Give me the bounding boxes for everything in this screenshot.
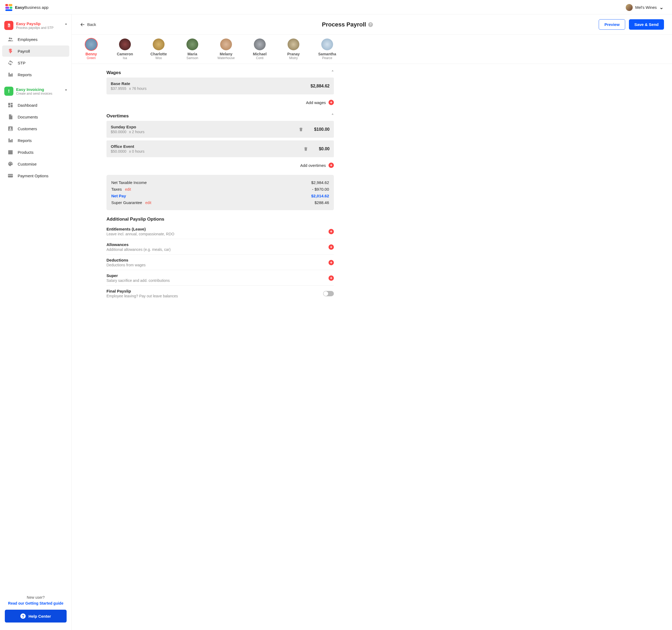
employee-firstname: Benny: [86, 52, 97, 56]
employee-lastname: Mistry: [289, 56, 298, 60]
payslip-option-final: Final Payslip Employee leaving? Pay out …: [106, 285, 334, 301]
chevron-up-icon: ˄: [65, 89, 67, 94]
sidebar-invoicing-item-customise[interactable]: Customise: [2, 158, 69, 170]
add-deductions-button[interactable]: +: [329, 260, 334, 265]
add-overtimes-button[interactable]: +: [329, 162, 334, 168]
employee-charlotte[interactable]: Charlotte Woo: [147, 39, 170, 60]
new-user-label: New user?: [5, 595, 67, 600]
module-head-payslip[interactable]: Easy Payslip Process payslips and STP ˄: [2, 19, 69, 32]
overtimes-section-header[interactable]: Overtimes ˄: [106, 110, 334, 121]
employee-samantha[interactable]: Samantha Pearce: [316, 39, 339, 60]
svg-point-7: [9, 37, 10, 39]
payslip-option-deductions: Deductions Deductions from wages +: [106, 254, 334, 270]
taxes-edit-link[interactable]: edit: [125, 187, 131, 192]
employee-michael[interactable]: Michael Conti: [248, 39, 271, 60]
getting-started-link[interactable]: Read our Getting Started guide: [5, 601, 67, 605]
svg-rect-1: [8, 4, 12, 6]
help-icon: ?: [20, 613, 26, 619]
sidebar-payslip-item-reports[interactable]: Reports: [2, 69, 69, 80]
option-sub: Salary sacrifice and add. contributions: [106, 278, 170, 283]
employee-lastname: Samson: [187, 56, 198, 60]
overtimes-title: Overtimes: [106, 114, 129, 119]
employee-benny[interactable]: Benny Green: [80, 39, 103, 60]
sidebar: Easy Payslip Process payslips and STP ˄ …: [0, 15, 72, 630]
arrow-left-icon: [80, 22, 85, 27]
option-sub: Leave incl. annual, compassionate, RDO: [106, 232, 174, 236]
account-selector[interactable]: Mel's Wines ⌄: [626, 4, 666, 11]
card-icon: [7, 173, 14, 179]
sidebar-payslip-item-employees[interactable]: Employees: [2, 34, 69, 45]
add-wages-button[interactable]: +: [329, 100, 334, 105]
page-title: Process Payroll: [322, 21, 366, 28]
svg-point-21: [11, 162, 11, 163]
payslip-option-entitlements: Entitlements (Leave) Leave incl. annual,…: [106, 224, 334, 239]
overtime-multiplier: x 2 hours: [129, 130, 144, 134]
svg-rect-13: [11, 105, 13, 107]
svg-rect-10: [8, 91, 9, 93]
employee-avatar: [321, 39, 333, 50]
dashboard-icon: [7, 102, 14, 108]
nav-label: STP: [18, 61, 25, 65]
sidebar-invoicing-item-customers[interactable]: Customers: [2, 123, 69, 134]
save-send-button[interactable]: Save & Send: [629, 19, 664, 30]
sidebar-payslip-item-payroll[interactable]: Payroll: [2, 46, 69, 57]
sidebar-invoicing-item-reports[interactable]: Reports: [2, 135, 69, 146]
svg-rect-3: [9, 7, 12, 9]
employee-pranay[interactable]: Pranay Mistry: [282, 39, 305, 60]
module-payslip-sub: Process payslips and STP: [16, 26, 62, 30]
sidebar-payslip-item-stp[interactable]: STP: [2, 57, 69, 69]
help-tooltip-icon[interactable]: ?: [368, 22, 373, 27]
svg-rect-24: [8, 175, 13, 176]
employee-avatar: [288, 39, 299, 50]
topbar: EasyBusiness app Mel's Wines ⌄: [0, 0, 672, 15]
add-overtimes-label: Add overtimes: [300, 163, 326, 168]
help-center-button[interactable]: ? Help Center: [5, 610, 67, 623]
final-payslip-toggle[interactable]: [323, 291, 334, 296]
employee-melany[interactable]: Melany Waterhouse: [215, 39, 238, 60]
document-icon: [7, 114, 14, 120]
chevron-up-icon: ˄: [65, 23, 67, 28]
overtime-item[interactable]: Office Event $50.0000x 0 hours $0.00: [106, 141, 334, 157]
module-invoicing-title: Easy Invoicing: [16, 87, 62, 92]
sidebar-invoicing-item-products[interactable]: Products: [2, 147, 69, 158]
wage-rate: $37.9555: [111, 86, 126, 91]
payslip-option-allowances: Allowances Additional allowances (e.g. m…: [106, 239, 334, 254]
back-label: Back: [87, 22, 96, 27]
sidebar-invoicing-item-dashboard[interactable]: Dashboard: [2, 99, 69, 111]
sidebar-invoicing-item-payment-options[interactable]: Payment Options: [2, 170, 69, 181]
wages-section-header[interactable]: Wages ˄: [106, 67, 334, 78]
add-overtimes-row: Add overtimes +: [106, 160, 334, 173]
wage-amount: $2,884.62: [311, 84, 330, 89]
module-head-invoicing[interactable]: Easy Invoicing Create and send invoices …: [2, 84, 69, 98]
content-header: Back Process Payroll ? Preview Save & Se…: [72, 15, 672, 35]
preview-button[interactable]: Preview: [599, 19, 625, 30]
svg-point-9: [8, 90, 9, 91]
brand: EasyBusiness app: [5, 4, 48, 11]
account-avatar-icon: [626, 4, 633, 11]
add-entitlements-button[interactable]: +: [329, 229, 334, 234]
wage-item-base-rate[interactable]: Base Rate $37.9555x 76 hours $2,884.62: [106, 78, 334, 94]
back-button[interactable]: Back: [80, 22, 96, 27]
overtime-name: Sunday Expo: [111, 125, 298, 129]
module-invoicing-sub: Create and send invoices: [16, 92, 62, 96]
summary-super-label: Super Guarantee: [111, 200, 142, 205]
summary-card: Net Taxable Income $2,984.62 Taxesedit -…: [106, 175, 334, 210]
add-allowances-button[interactable]: +: [329, 245, 334, 250]
employee-maria[interactable]: Maria Samson: [181, 39, 204, 60]
delete-overtime-button[interactable]: [303, 147, 308, 151]
overtime-rate: $50.0000: [111, 149, 126, 153]
employee-cameron[interactable]: Cameron Isa: [114, 39, 137, 60]
delete-overtime-button[interactable]: [298, 127, 303, 132]
employee-avatar: [119, 39, 131, 50]
svg-point-19: [9, 163, 9, 164]
option-title: Entitlements (Leave): [106, 227, 174, 231]
users-icon: [7, 36, 14, 42]
add-super-button[interactable]: +: [329, 275, 334, 281]
wage-multiplier: x 76 hours: [129, 86, 146, 91]
sidebar-invoicing-item-documents[interactable]: Documents: [2, 111, 69, 123]
svg-point-8: [11, 38, 12, 40]
super-edit-link[interactable]: edit: [145, 201, 151, 205]
overtime-item[interactable]: Sunday Expo $50.0000x 2 hours $100.00: [106, 121, 334, 138]
svg-rect-0: [5, 4, 8, 6]
nav-label: Payment Options: [18, 174, 48, 178]
